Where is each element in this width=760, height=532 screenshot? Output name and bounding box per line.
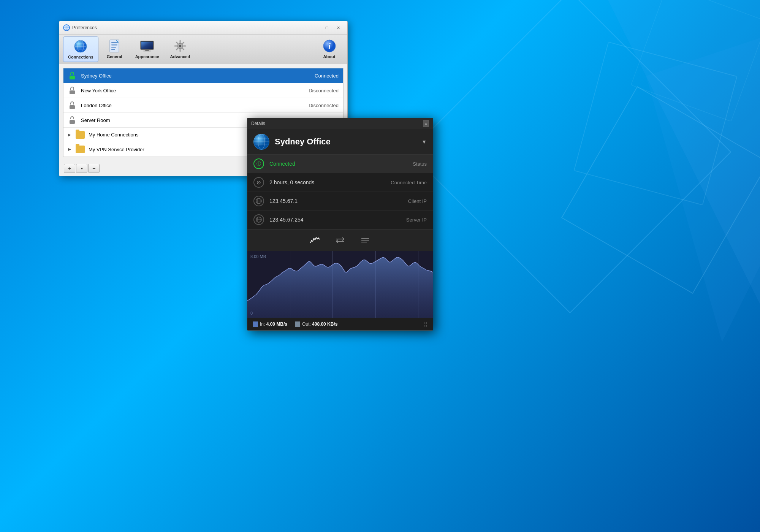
server-ip-label: Server IP xyxy=(406,217,427,223)
connection-name-london: London Office xyxy=(81,103,309,108)
about-label: About xyxy=(323,54,336,59)
connection-name-newyork: New York Office xyxy=(81,88,309,93)
stat-in-value: 4.00 MB/s xyxy=(266,321,287,327)
details-title: Details xyxy=(251,121,265,126)
advanced-icon xyxy=(173,39,187,53)
svg-rect-22 xyxy=(144,51,151,51)
bg-decoration-1 xyxy=(409,0,732,313)
folder-icon-vpn xyxy=(76,146,85,153)
window-titlebar: Preferences ─ □ ✕ xyxy=(59,21,347,35)
details-globe-icon xyxy=(253,134,269,150)
folder-icon-home xyxy=(76,131,85,139)
svg-line-32 xyxy=(176,48,178,50)
stat-color-out xyxy=(295,321,300,327)
resize-handle[interactable]: ⣿ xyxy=(424,321,428,327)
svg-rect-16 xyxy=(111,44,117,46)
details-connection-name: Sydney Office xyxy=(275,137,416,147)
svg-rect-2 xyxy=(574,42,737,205)
close-button[interactable]: ✕ xyxy=(333,24,344,32)
time-icon: ⊙ xyxy=(253,177,264,188)
stat-out: Out: 408.00 KB/s xyxy=(295,321,337,327)
stat-in-label: In: xyxy=(260,321,265,327)
tab-details-list[interactable] xyxy=(358,233,372,247)
details-header: Sydney Office ▼ xyxy=(247,129,433,155)
connection-name-sydney: Sydney Office xyxy=(81,73,315,79)
general-label: General xyxy=(107,54,122,59)
tab-advanced[interactable]: Advanced xyxy=(166,36,195,62)
remove-connection-button[interactable]: − xyxy=(88,164,100,173)
lock-icon-serverroom xyxy=(68,116,76,124)
client-ip-icon xyxy=(253,196,264,206)
minimize-button[interactable]: ─ xyxy=(310,24,321,32)
svg-rect-17 xyxy=(111,47,116,48)
client-ip-value: 123.45.67.1 xyxy=(269,198,408,204)
bg-decoration-2 xyxy=(561,86,760,294)
stat-in: In: 4.00 MB/s xyxy=(253,321,287,327)
info-row-server-ip: 123.45.67.254 Server IP xyxy=(247,211,433,229)
status-icon: ⓘ xyxy=(253,158,264,169)
connection-status-london: Disconnected xyxy=(309,103,339,108)
stat-out-value: 408.00 KB/s xyxy=(312,321,337,327)
lock-icon-london xyxy=(68,101,76,109)
window-title: Preferences xyxy=(72,25,310,30)
advanced-label: Advanced xyxy=(170,54,190,59)
details-dropdown-arrow[interactable]: ▼ xyxy=(421,139,427,145)
traffic-chart: 8.00 MB 0 xyxy=(247,251,433,318)
svg-line-29 xyxy=(176,42,178,44)
connections-icon xyxy=(73,39,88,54)
time-value: 2 hours, 0 seconds xyxy=(269,179,391,185)
time-label: Connected Time xyxy=(391,180,427,185)
details-tabs xyxy=(247,229,433,251)
about-icon: i xyxy=(322,39,337,53)
add-connection-button[interactable]: + xyxy=(64,164,75,173)
stat-color-in xyxy=(253,321,258,327)
status-value: Connected xyxy=(269,161,413,167)
connection-row-london[interactable]: London Office Disconnected xyxy=(63,98,343,113)
svg-marker-0 xyxy=(532,0,760,304)
group-arrow-home: ▶ xyxy=(68,133,73,137)
stat-out-label: Out: xyxy=(302,321,311,327)
svg-line-31 xyxy=(182,42,184,44)
tab-transfer[interactable] xyxy=(333,233,347,247)
status-label: Status xyxy=(413,161,427,167)
connection-row-sydney[interactable]: Sydney Office Connected xyxy=(63,68,343,83)
details-titlebar: Details x xyxy=(247,118,433,129)
appearance-label: Appearance xyxy=(135,54,159,59)
tab-general[interactable]: General xyxy=(100,36,129,62)
window-controls: ─ □ ✕ xyxy=(310,24,344,32)
client-ip-label: Client IP xyxy=(408,198,427,204)
details-close-button[interactable]: x xyxy=(423,120,429,127)
svg-rect-18 xyxy=(111,49,115,50)
appearance-icon xyxy=(140,39,154,53)
general-icon xyxy=(107,39,122,53)
details-info-area: ⓘ Connected Status ⊙ 2 hours, 0 seconds … xyxy=(247,155,433,229)
lock-icon-newyork xyxy=(68,86,76,95)
add-menu-button[interactable]: ▾ xyxy=(76,164,87,173)
group-arrow-vpn: ▶ xyxy=(68,147,73,152)
svg-line-30 xyxy=(182,48,184,50)
svg-rect-20 xyxy=(141,42,153,49)
connections-label: Connections xyxy=(68,55,93,59)
tab-connections[interactable]: Connections xyxy=(63,36,98,62)
lock-icon-sydney xyxy=(68,71,76,80)
connection-row-newyork[interactable]: New York Office Disconnected xyxy=(63,83,343,98)
traffic-chart-svg xyxy=(247,251,433,318)
tab-traffic-graph[interactable] xyxy=(308,233,322,247)
maximize-button[interactable]: □ xyxy=(321,24,332,32)
tab-appearance[interactable]: Appearance xyxy=(131,36,164,62)
svg-text:i: i xyxy=(328,42,331,50)
info-row-client-ip: 123.45.67.1 Client IP xyxy=(247,192,433,211)
server-ip-value: 123.45.67.254 xyxy=(269,217,406,223)
server-ip-icon xyxy=(253,214,264,225)
titlebar-icon xyxy=(63,24,70,31)
svg-marker-1 xyxy=(646,38,760,342)
svg-rect-15 xyxy=(111,42,117,43)
tab-about[interactable]: i About xyxy=(315,36,344,62)
svg-point-24 xyxy=(179,45,181,47)
details-stats: In: 4.00 MB/s Out: 408.00 KB/s ⣿ xyxy=(247,318,433,330)
toolbar: Connections General xyxy=(59,35,347,64)
info-row-status: ⓘ Connected Status xyxy=(247,155,433,173)
connection-status-sydney: Connected xyxy=(315,73,339,79)
details-panel: Details x Sydney Office ▼ xyxy=(247,118,433,331)
info-row-time: ⊙ 2 hours, 0 seconds Connected Time xyxy=(247,173,433,192)
